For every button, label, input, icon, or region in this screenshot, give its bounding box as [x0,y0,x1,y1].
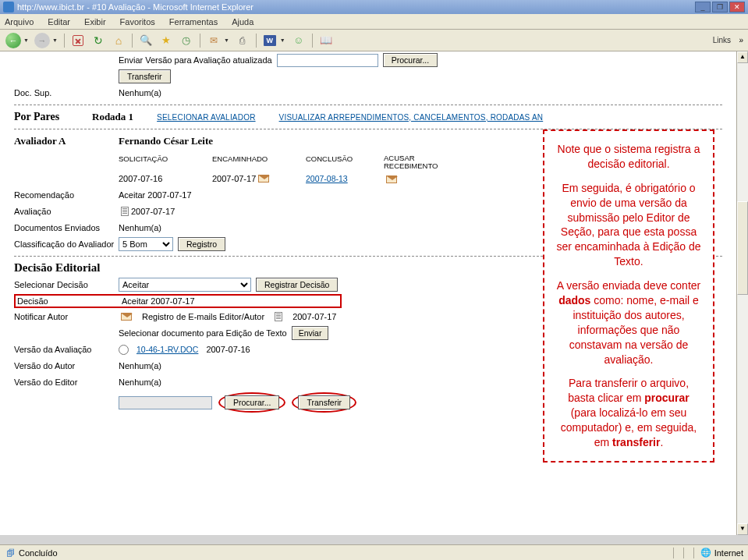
mail-button[interactable]: ✉ [205,32,222,49]
links-label[interactable]: Links [713,36,731,44]
editor-transfer-button[interactable]: Transferir [298,395,350,409]
scroll-track[interactable] [737,63,748,523]
conclusao-date-link[interactable]: 2007-08-13 [306,174,348,183]
doc-sup-label: Doc. Sup. [14,88,119,97]
decision-select[interactable]: Aceitar [119,278,251,292]
documentos-enviados-value: Nenhum(a) [119,223,161,232]
menubar: Arquivo Editar Exibir Favoritos Ferramen… [0,14,748,30]
maximize-button[interactable]: ❐ [712,2,728,12]
decision-label: Decisão [17,296,122,306]
status-done-icon: 🗐 [5,548,16,558]
editor-browse-button[interactable]: Procurar... [225,395,279,409]
scroll-thumb[interactable] [737,201,748,295]
research-button[interactable]: 📖 [317,32,335,49]
zone-internet-icon: 🌐 [700,548,711,558]
nav-back-button[interactable]: ← [5,32,22,49]
annotation-p3: A versão enviada deve conter dados como:… [554,278,704,367]
select-reviewer-link[interactable]: SELECIONAR AVALIADOR [157,113,255,122]
scroll-down-button[interactable]: ▼ [737,523,748,535]
messenger-button[interactable]: ☺ [290,32,307,49]
peer-review-heading: Por Pares [14,111,92,123]
editor-version-label: Versão do Editor [14,377,119,387]
register-decision-button[interactable]: Registrar Decisão [256,278,338,292]
close-button[interactable]: ✕ [729,2,745,12]
word-button[interactable]: W [261,32,278,49]
nav-forward-button[interactable]: → [34,32,51,49]
scroll-up-button[interactable]: ▲ [737,51,748,63]
col-encaminhado: ENCAMINHADO [212,154,306,169]
select-doc-label: Selecionar documento para Edição de Text… [119,328,287,338]
email-log-date: 2007-07-17 [292,312,336,321]
author-version-value: Nenhum(a) [119,361,161,370]
review-version-file-link[interactable]: 10-46-1-RV.DOC [136,345,198,354]
email-log-label: Registro de E-mails Editor/Autor [142,312,264,321]
notify-author-mail-icon[interactable] [121,313,132,321]
menu-favoritos[interactable]: Favoritos [120,17,155,27]
avaliacao-label: Avaliação [14,207,119,216]
menu-editar[interactable]: Editar [48,17,70,27]
reviewer-a-label: Avaliador A [14,135,119,147]
review-version-radio[interactable] [119,345,129,355]
registro-button[interactable]: Registro [178,237,225,251]
stop-button[interactable] [69,32,87,49]
upload-transfer-button[interactable]: Transferir [119,69,171,83]
vertical-scrollbar[interactable]: ▲ ▼ [736,51,748,535]
reviewer-a-name: Fernando César Leite [119,135,213,147]
send-button[interactable]: Enviar [292,326,329,340]
recomendacao-value: Aceitar 2007-07-17 [119,190,192,200]
toolbar: ← ▼ → ▼ ↻ ⌂ 🔍 ★ ◷ ✉ ▼ ⎙ W ▼ ☺ 📖 Links » [0,30,748,51]
doc-sup-value: Nenhum(a) [119,88,161,97]
window-title: http://www.ibict.br - #10 Avaliação - Mi… [17,2,695,12]
favorites-button[interactable]: ★ [158,32,175,49]
browse-highlight-oval: Procurar... [218,392,285,413]
review-version-date: 2007-07-16 [206,345,250,354]
author-version-label: Versão do Autor [14,361,119,370]
acusar-mail-icon[interactable] [386,175,397,183]
avaliacao-date: 2007-07-17 [131,207,175,216]
menu-exibir[interactable]: Exibir [84,17,106,27]
back-dropdown-icon[interactable]: ▼ [23,37,29,43]
encaminhado-mail-icon[interactable] [258,175,269,183]
divider [14,105,722,105]
search-button[interactable]: 🔍 [137,32,154,49]
annotation-p1: Note que o sistema registra a decisão ed… [554,142,704,172]
ie-icon [3,2,14,12]
home-button[interactable]: ⌂ [110,32,127,49]
classificacao-label: Classificação do Avaliador [14,239,119,249]
decision-value: Aceitar 2007-07-17 [122,296,195,306]
col-conclusao: CONCLUSÃO [306,154,384,169]
print-button[interactable]: ⎙ [234,32,251,49]
decision-highlighted-row: Decisão Aceitar 2007-07-17 [14,294,342,308]
history-button[interactable]: ◷ [178,32,195,49]
window-titlebar: http://www.ibict.br - #10 Avaliação - Mi… [0,0,748,14]
solicitacao-date: 2007-07-16 [119,174,212,183]
upload-version-input[interactable] [277,54,378,67]
page-content: Enviar Versão para Avaliação atualizada … [0,51,736,535]
email-log-doc-icon[interactable] [275,312,282,321]
mail-dropdown-icon[interactable]: ▼ [224,37,229,43]
menu-ajuda[interactable]: Ajuda [232,17,253,27]
editor-version-file-input[interactable] [119,396,212,409]
forward-dropdown-icon[interactable]: ▼ [52,37,58,43]
statusbar: 🗐 Concluído 🌐 Internet [0,544,748,560]
menu-ferramentas[interactable]: Ferramentas [169,17,218,27]
upload-version-label: Enviar Versão para Avaliação atualizada [119,55,272,65]
minimize-button[interactable]: _ [695,2,711,12]
documentos-enviados-label: Documentos Enviados [14,223,119,232]
status-done-text: Concluído [19,548,58,558]
view-regrets-link[interactable]: VISUALIZAR ARREPENDIMENTOS, CANCELAMENTO… [279,113,544,122]
avaliacao-doc-icon[interactable] [121,207,129,216]
upload-browse-button[interactable]: Procurar... [383,53,438,67]
encaminhado-date: 2007-07-17 [212,174,256,183]
links-chevron-icon[interactable]: » [739,36,743,44]
zone-text: Internet [714,548,743,558]
annotation-callout: Note que o sistema registra a decisão ed… [543,129,714,463]
menu-arquivo[interactable]: Arquivo [5,17,34,27]
col-solicitacao: SOLICITAÇÃO [119,154,212,169]
review-version-label: Versão da Avaliação [14,345,119,354]
word-dropdown-icon[interactable]: ▼ [280,37,285,43]
annotation-p2: Em seguida, é obrigatório o envio de uma… [554,181,704,269]
round-label: Rodada 1 [92,111,133,123]
refresh-button[interactable]: ↻ [90,32,107,49]
rating-select[interactable]: 5 Bom [119,237,173,251]
